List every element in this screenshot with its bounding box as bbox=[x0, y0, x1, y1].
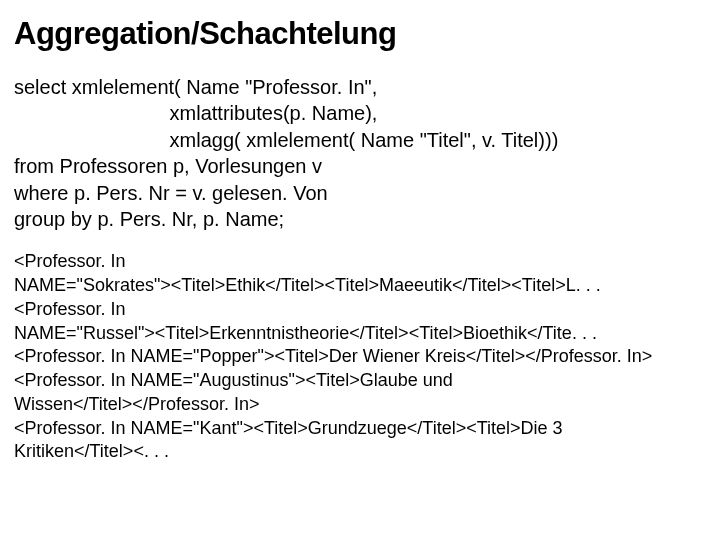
page-title: Aggregation/Schachtelung bbox=[14, 16, 706, 52]
sql-code-block: select xmlelement( Name "Professor. In",… bbox=[14, 74, 706, 232]
xml-output-block: <Professor. In NAME="Sokrates"><Titel>Et… bbox=[14, 250, 706, 464]
